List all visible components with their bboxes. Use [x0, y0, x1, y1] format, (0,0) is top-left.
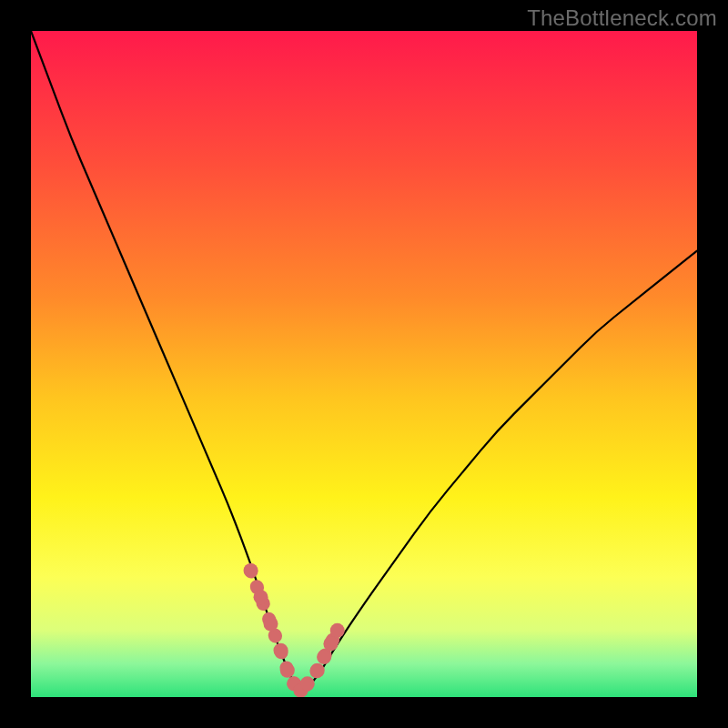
highlight-dot	[254, 590, 268, 604]
highlight-dot	[310, 663, 325, 678]
gradient-background	[31, 31, 697, 697]
highlight-dot	[244, 563, 258, 578]
watermark-text: TheBottleneck.com	[527, 5, 717, 31]
highlight-dot	[330, 623, 345, 638]
highlight-dot	[274, 643, 288, 658]
chart-frame: TheBottleneck.com	[0, 0, 728, 728]
bottleneck-chart	[31, 31, 697, 697]
highlight-dot	[280, 663, 295, 678]
highlight-dot	[317, 650, 331, 664]
plot-area	[31, 31, 697, 697]
highlight-dot	[264, 616, 278, 631]
highlight-dot	[323, 636, 338, 651]
highlight-dot	[300, 676, 315, 691]
